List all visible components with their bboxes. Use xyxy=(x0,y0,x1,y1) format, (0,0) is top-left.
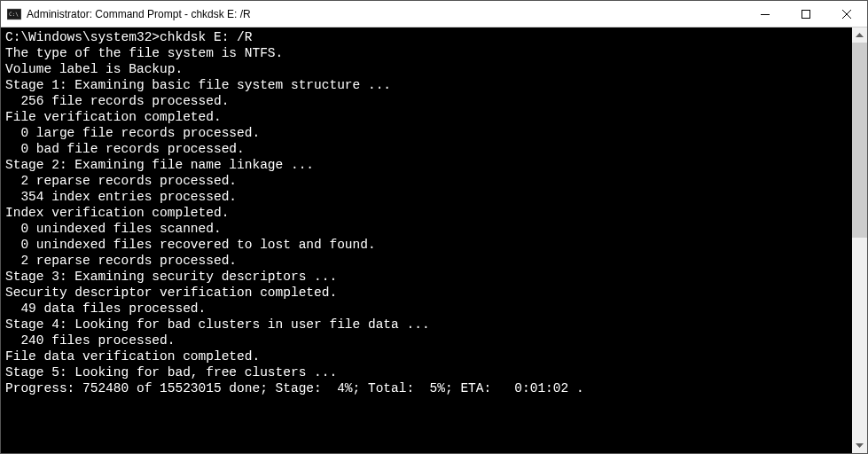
cmd-icon: C:\ xyxy=(7,7,21,21)
prompt-command: chkdsk E: /R xyxy=(160,30,252,44)
prompt-path: C:\Windows\system32> xyxy=(5,30,160,44)
minimize-button[interactable] xyxy=(745,1,786,27)
svg-rect-2 xyxy=(761,14,770,15)
close-button[interactable] xyxy=(826,1,867,27)
scroll-down-button[interactable] xyxy=(852,438,867,453)
output-line: 49 data files processed. xyxy=(5,301,852,317)
svg-rect-3 xyxy=(802,10,810,18)
output-line: 0 unindexed files recovered to lost and … xyxy=(5,237,852,253)
output-line: 2 reparse records processed. xyxy=(5,173,852,189)
output-line: 240 files processed. xyxy=(5,333,852,348)
output-line: Volume label is Backup. xyxy=(5,61,852,77)
content-area: C:\Windows\system32>chkdsk E: /RThe type… xyxy=(1,27,867,453)
output-line: 354 index entries processed. xyxy=(5,189,852,205)
window-controls xyxy=(745,1,867,27)
scrollbar-track[interactable] xyxy=(852,43,867,438)
titlebar[interactable]: C:\ Administrator: Command Prompt - chkd… xyxy=(1,1,867,27)
svg-text:C:\: C:\ xyxy=(9,11,19,17)
output-line: 256 file records processed. xyxy=(5,93,852,109)
output-line: File verification completed. xyxy=(5,109,852,125)
output-line: 0 large file records processed. xyxy=(5,125,852,141)
output-line: Progress: 752480 of 15523015 done; Stage… xyxy=(5,380,852,396)
output-line: Stage 1: Examining basic file system str… xyxy=(5,77,852,93)
output-line: Stage 3: Examining security descriptors … xyxy=(5,269,852,285)
maximize-button[interactable] xyxy=(786,1,826,27)
output-line: Index verification completed. xyxy=(5,205,852,221)
output-line: Stage 4: Looking for bad clusters in use… xyxy=(5,317,852,333)
output-line: 0 unindexed files scanned. xyxy=(5,221,852,237)
output-line: 2 reparse records processed. xyxy=(5,253,852,269)
window-title: Administrator: Command Prompt - chkdsk E… xyxy=(27,8,745,20)
window: C:\ Administrator: Command Prompt - chkd… xyxy=(0,0,868,454)
vertical-scrollbar[interactable] xyxy=(852,27,867,453)
output-line: Security descriptor verification complet… xyxy=(5,285,852,301)
output-line: Stage 2: Examining file name linkage ... xyxy=(5,157,852,173)
output-line: 0 bad file records processed. xyxy=(5,141,852,157)
scroll-up-button[interactable] xyxy=(852,27,867,43)
output-line: Stage 5: Looking for bad, free clusters … xyxy=(5,364,852,380)
output-line: File data verification completed. xyxy=(5,348,852,364)
terminal-output[interactable]: C:\Windows\system32>chkdsk E: /RThe type… xyxy=(1,27,852,453)
scrollbar-thumb[interactable] xyxy=(852,43,867,238)
output-line: The type of the file system is NTFS. xyxy=(5,45,852,61)
